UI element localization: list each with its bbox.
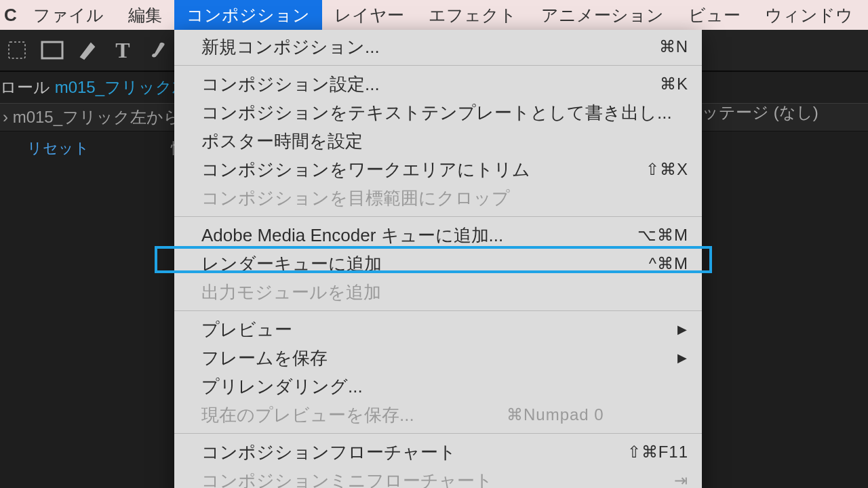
menu-add-to-ame-queue[interactable]: Adobe Media Encoder キューに追加...⌥⌘M [174,221,702,249]
menu-preview[interactable]: プレビュー▶ [174,315,702,344]
submenu-arrow-icon: ▶ [677,350,687,365]
tool-pen[interactable] [71,35,104,65]
menu-add-to-render-queue[interactable]: レンダーキューに追加^⌘M [174,249,702,278]
menu-new-composition[interactable]: 新規コンポジション...⌘N [174,33,702,61]
menu-set-poster-time[interactable]: ポスター時間を設定 [174,127,702,155]
panel-tab-label: ロール m015_フリック左 [0,77,191,98]
menu-file[interactable]: ファイル [21,0,116,30]
menu-prerender[interactable]: プリレンダリング... [174,372,702,401]
menu-save-current-preview: 現在のプレビューを保存...⌘Numpad 0 [174,401,702,429]
menu-animation[interactable]: アニメーション [529,0,676,30]
tool-selection[interactable] [0,35,34,65]
menu-composition-settings[interactable]: コンポジション設定...⌘K [174,70,702,98]
menu-effect[interactable]: エフェクト [416,0,529,30]
menu-save-frame[interactable]: フレームを保存▶ [174,344,702,372]
menu-crop-to-region: コンポジションを目標範囲にクロップ [174,184,702,212]
svg-rect-1 [42,42,62,58]
menu-edit[interactable]: 編集 [116,0,174,30]
menu-trim-to-work-area[interactable]: コンポジションをワークエリアにトリム⇧⌘X [174,155,702,184]
menu-separator [174,216,702,217]
menu-separator [174,310,702,311]
menu-export-text-template[interactable]: コンポジションをテキストテンプレートとして書き出し... [174,98,702,127]
menu-separator [174,433,702,434]
menu-separator [174,65,702,66]
menu-layer[interactable]: レイヤー [322,0,416,30]
menubar-logo: C [3,1,21,30]
menubar: C ファイル 編集 コンポジション レイヤー エフェクト アニメーション ビュー… [0,0,868,30]
menu-view[interactable]: ビュー [676,0,753,30]
comp-path-text: › m015_フリック左から右 [3,106,197,128]
reset-link[interactable]: リセット [27,138,90,159]
menu-composition[interactable]: コンポジション [174,0,322,30]
panel-tab-link[interactable]: m015_フリック左 [55,78,189,96]
composition-menu-dropdown: 新規コンポジション...⌘N コンポジション設定...⌘K コンポジションをテキ… [174,30,702,488]
footage-panel-label: ッテージ (なし) [702,102,818,123]
tool-rectangle[interactable] [35,35,69,65]
tool-brush[interactable] [141,35,175,65]
menu-comp-mini-flowchart: コンポジションミニフローチャート⇥ [174,466,702,488]
menu-add-output-module: 出力モジュールを追加 [174,278,702,306]
submenu-arrow-icon: ▶ [677,322,687,337]
menu-window[interactable]: ウィンドウ [753,0,865,30]
tool-type[interactable]: T [106,35,140,65]
menu-comp-flowchart[interactable]: コンポジションフローチャート⇧⌘F11 [174,438,702,466]
svg-rect-0 [9,42,25,58]
